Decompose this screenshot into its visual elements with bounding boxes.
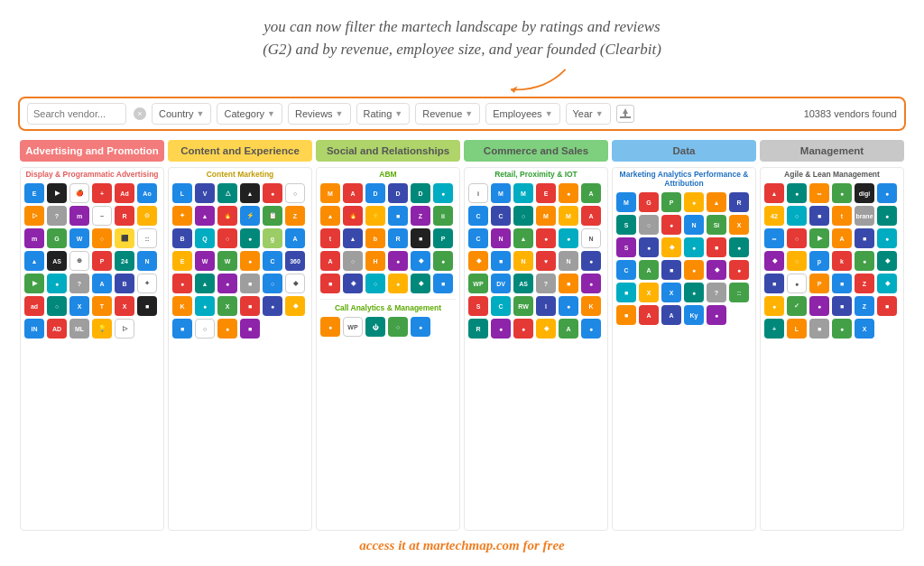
list-item[interactable]: ○ <box>787 228 807 248</box>
list-item[interactable]: S <box>616 215 636 235</box>
list-item[interactable]: ◆ <box>285 296 305 316</box>
list-item[interactable]: ● <box>388 251 408 271</box>
list-item[interactable]: ● <box>559 228 578 248</box>
list-item[interactable]: ○ <box>195 319 215 339</box>
list-item[interactable]: ○ <box>343 251 363 271</box>
list-item[interactable]: i <box>468 183 488 203</box>
list-item[interactable]: ○ <box>217 228 237 248</box>
list-item[interactable]: ○ <box>263 274 282 293</box>
list-item[interactable]: C <box>491 296 511 316</box>
list-item[interactable]: ⊕ <box>69 251 89 271</box>
list-item[interactable]: :: <box>729 283 749 302</box>
list-item[interactable]: ♥ <box>536 251 556 271</box>
list-item[interactable]: ● <box>536 228 556 248</box>
list-item[interactable]: ▲ <box>24 251 44 271</box>
list-item[interactable]: ? <box>47 206 67 226</box>
list-item[interactable]: ■ <box>832 274 852 293</box>
list-item[interactable]: ii <box>433 206 453 226</box>
list-item[interactable]: ○ <box>388 317 408 337</box>
list-item[interactable]: ⚡ <box>240 206 260 226</box>
list-item[interactable]: ▲ <box>195 274 215 293</box>
list-item[interactable]: X <box>115 296 134 316</box>
list-item[interactable]: C <box>616 260 636 280</box>
list-item[interactable]: t <box>320 228 340 248</box>
list-item[interactable]: ■ <box>809 319 829 339</box>
list-item[interactable]: ● <box>729 260 749 280</box>
list-item[interactable]: ● <box>661 215 681 235</box>
list-item[interactable]: ■ <box>491 251 511 271</box>
list-item[interactable]: ✦ <box>137 274 157 293</box>
list-item[interactable]: ⏻ <box>365 317 385 337</box>
list-item[interactable]: B <box>172 228 192 248</box>
list-item[interactable]: ● <box>581 319 601 339</box>
revenue-filter[interactable]: Revenue ▼ <box>415 103 480 125</box>
list-item[interactable]: ● <box>559 296 578 316</box>
list-item[interactable]: ● <box>263 296 282 316</box>
list-item[interactable]: ◆ <box>877 274 897 293</box>
list-item[interactable]: ○ <box>47 296 67 316</box>
list-item[interactable]: ? <box>536 274 556 293</box>
list-item[interactable]: ■ <box>320 274 340 293</box>
list-item[interactable]: N <box>137 251 157 271</box>
list-item[interactable]: C <box>468 206 488 226</box>
list-item[interactable]: A <box>581 206 601 226</box>
list-item[interactable]: H <box>365 251 385 271</box>
list-item[interactable]: A <box>661 305 681 325</box>
list-item[interactable]: ○ <box>365 274 385 293</box>
list-item[interactable]: ▶ <box>47 183 67 203</box>
list-item[interactable]: L <box>172 183 192 203</box>
list-item[interactable]: 24 <box>115 251 134 271</box>
list-item[interactable]: ∞ <box>764 228 784 248</box>
list-item[interactable]: ● <box>877 228 897 248</box>
list-item[interactable]: ◆ <box>285 274 305 293</box>
list-item[interactable]: ◆ <box>411 274 430 293</box>
list-item[interactable]: digi <box>855 183 874 203</box>
list-item[interactable]: ◆ <box>536 319 556 339</box>
list-item[interactable]: ■ <box>707 237 726 257</box>
list-item[interactable]: IN <box>24 319 44 339</box>
list-item[interactable]: ■ <box>832 296 852 316</box>
list-item[interactable]: X <box>217 296 237 316</box>
list-item[interactable]: ● <box>513 319 533 339</box>
list-item[interactable]: k <box>832 251 852 271</box>
list-item[interactable]: X <box>69 296 89 316</box>
list-item[interactable]: ○ <box>787 251 807 271</box>
list-item[interactable]: ● <box>707 305 726 325</box>
list-item[interactable]: ● <box>684 192 704 212</box>
list-item[interactable]: T <box>92 296 112 316</box>
list-item[interactable]: p <box>809 251 829 271</box>
list-item[interactable]: ● <box>217 274 237 293</box>
list-item[interactable]: ● <box>195 296 215 316</box>
list-item[interactable]: S <box>616 237 636 257</box>
list-item[interactable]: ● <box>684 283 704 302</box>
list-item[interactable]: ▷ <box>115 319 134 339</box>
export-button[interactable] <box>616 105 634 123</box>
list-item[interactable]: △ <box>217 183 237 203</box>
list-item[interactable]: DV <box>491 274 511 293</box>
list-item[interactable]: 42 <box>764 206 784 226</box>
list-item[interactable]: ● <box>877 183 897 203</box>
list-item[interactable]: ▷ <box>24 206 44 226</box>
list-item[interactable]: ■ <box>855 228 874 248</box>
list-item[interactable]: ● <box>47 274 67 293</box>
list-item[interactable]: ● <box>787 183 807 203</box>
list-item[interactable]: ■ <box>559 274 578 293</box>
list-item[interactable]: A <box>639 305 659 325</box>
list-item[interactable]: A <box>581 183 601 203</box>
list-item[interactable]: ◆ <box>661 237 681 257</box>
list-item[interactable]: ML <box>69 319 89 339</box>
list-item[interactable]: M <box>559 206 578 226</box>
reviews-filter[interactable]: Reviews ▼ <box>288 103 351 125</box>
list-item[interactable]: ● <box>240 228 260 248</box>
list-item[interactable]: E <box>24 183 44 203</box>
list-item[interactable]: Ky <box>684 305 704 325</box>
list-item[interactable]: ▲ <box>764 183 784 203</box>
list-item[interactable]: ● <box>172 274 192 293</box>
list-item[interactable]: ● <box>491 319 511 339</box>
search-input[interactable] <box>27 103 126 125</box>
list-item[interactable]: S <box>468 296 488 316</box>
list-item[interactable]: ∞ <box>809 183 829 203</box>
list-item[interactable]: ◆ <box>877 251 897 271</box>
list-item[interactable]: 🍎 <box>69 183 89 203</box>
list-item[interactable]: N <box>513 251 533 271</box>
